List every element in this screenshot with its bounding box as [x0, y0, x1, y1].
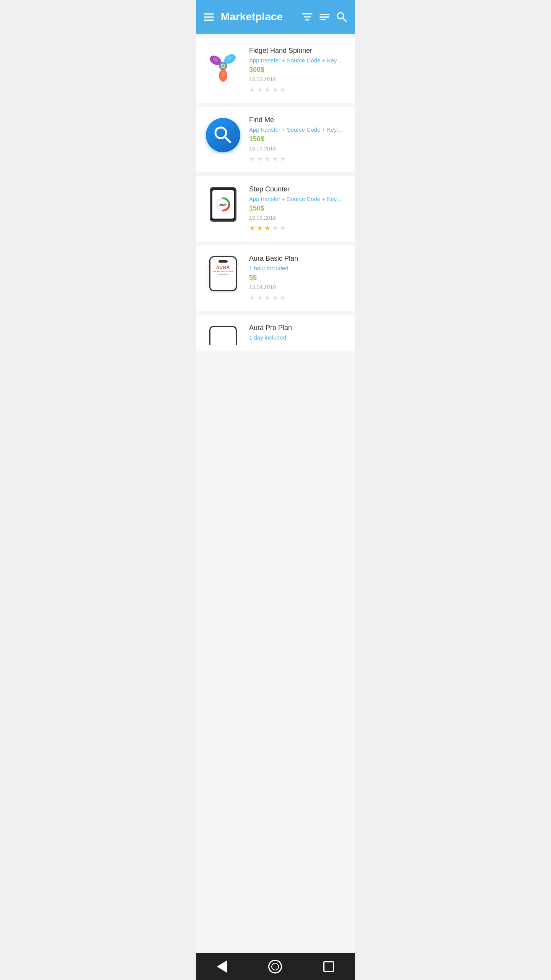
- product-price: 150$: [249, 204, 347, 212]
- product-date: 13.04.2018: [249, 284, 347, 290]
- star-5: ★: [280, 224, 286, 232]
- header-left: Marketplace: [204, 11, 283, 23]
- product-subtitle: App transfer + Source Code + Key...: [249, 126, 347, 133]
- product-stars: ★ ★ ★ ★ ★: [249, 155, 347, 163]
- svg-point-13: [222, 72, 225, 77]
- star-2: ★: [257, 85, 263, 94]
- star-4: ★: [272, 293, 278, 302]
- product-image-stepcounter: 2027: [204, 185, 242, 224]
- product-info: Aura Basic Plan 1 hour included 5$ 13.04…: [249, 255, 347, 302]
- list-item[interactable]: AURA The new word in mobile promotions A…: [196, 245, 355, 311]
- star-5: ★: [280, 155, 286, 163]
- search-icon[interactable]: [336, 11, 347, 22]
- product-list: Fidget Hand Spinner App transfer + Sourc…: [196, 34, 355, 953]
- hamburger-icon[interactable]: [204, 13, 214, 21]
- star-1: ★: [249, 85, 255, 94]
- phone-icon: 2027: [210, 187, 236, 222]
- list-item[interactable]: Aura Pro Plan 1 day included: [196, 315, 355, 351]
- product-stars: ★ ★ ★ ★ ★: [249, 224, 347, 232]
- phone-screen: 2027: [212, 190, 234, 219]
- star-3: ★: [264, 224, 271, 232]
- product-date: 13.03.2018: [249, 145, 347, 152]
- product-info: Find Me App transfer + Source Code + Key…: [249, 116, 347, 163]
- product-name: Aura Basic Plan: [249, 255, 347, 263]
- product-date: 13.03.2018: [249, 76, 347, 82]
- product-price: 150$: [249, 135, 347, 143]
- star-1: ★: [249, 224, 255, 232]
- star-1: ★: [249, 293, 255, 302]
- product-info: Step Counter App transfer + Source Code …: [249, 185, 347, 232]
- star-2: ★: [257, 224, 263, 232]
- product-info: Aura Pro Plan 1 day included: [249, 324, 347, 341]
- product-stars: ★ ★ ★ ★ ★: [249, 85, 347, 94]
- star-3: ★: [264, 155, 271, 163]
- product-price: 300$: [249, 66, 347, 74]
- star-5: ★: [280, 293, 286, 302]
- product-stars: ★ ★ ★ ★ ★: [249, 293, 347, 302]
- sort-icon[interactable]: [320, 14, 329, 20]
- product-subtitle: 1 day included: [249, 334, 347, 341]
- star-2: ★: [257, 293, 263, 302]
- aura-content: AURA The new word in mobile promotions: [212, 264, 234, 289]
- star-5: ★: [280, 85, 286, 94]
- svg-point-10: [222, 64, 224, 67]
- header: Marketplace: [196, 0, 355, 34]
- filter-icon[interactable]: [302, 12, 313, 21]
- product-name: Aura Pro Plan: [249, 324, 347, 332]
- aura-tagline: The new word in mobile promotions: [213, 270, 233, 275]
- aura-logo: AURA: [216, 265, 230, 270]
- home-button[interactable]: [268, 960, 282, 973]
- svg-line-4: [343, 18, 346, 21]
- product-name: Fidget Hand Spinner: [249, 47, 347, 55]
- product-image-aura: AURA The new word in mobile promotions: [204, 255, 242, 293]
- product-price: 5$: [249, 274, 347, 282]
- aura-pro-phone-icon: [209, 326, 237, 345]
- header-right: [302, 11, 347, 22]
- product-subtitle: 1 hour included: [249, 265, 347, 271]
- product-name: Step Counter: [249, 185, 347, 193]
- recents-button[interactable]: [323, 961, 334, 972]
- star-3: ★: [264, 85, 271, 94]
- star-3: ★: [264, 293, 271, 302]
- star-4: ★: [272, 155, 278, 163]
- star-4: ★: [272, 85, 278, 94]
- back-button[interactable]: [217, 960, 227, 973]
- product-name: Find Me: [249, 116, 347, 124]
- product-subtitle: App transfer + Source Code + Key...: [249, 57, 347, 64]
- product-image-fidget: [204, 47, 242, 85]
- svg-text:2027: 2027: [219, 203, 227, 207]
- list-item[interactable]: 2027 Step Counter App transfer + Source …: [196, 176, 355, 242]
- svg-line-15: [225, 137, 230, 142]
- list-item[interactable]: Find Me App transfer + Source Code + Key…: [196, 107, 355, 172]
- page-title: Marketplace: [221, 11, 283, 23]
- star-4: ★: [272, 224, 278, 232]
- product-image-aura-pro: [204, 324, 242, 347]
- product-date: 13.03.2018: [249, 215, 347, 221]
- product-info: Fidget Hand Spinner App transfer + Sourc…: [249, 47, 347, 94]
- aura-notch: [218, 260, 228, 263]
- list-item[interactable]: Fidget Hand Spinner App transfer + Sourc…: [196, 38, 355, 103]
- product-image-findme: [204, 116, 242, 154]
- findme-icon: [206, 118, 240, 152]
- star-1: ★: [249, 155, 255, 163]
- aura-phone-icon: AURA The new word in mobile promotions: [209, 256, 237, 291]
- product-subtitle: App transfer + Source Code + Key...: [249, 196, 347, 202]
- star-2: ★: [257, 155, 263, 163]
- bottom-navigation: [196, 953, 355, 980]
